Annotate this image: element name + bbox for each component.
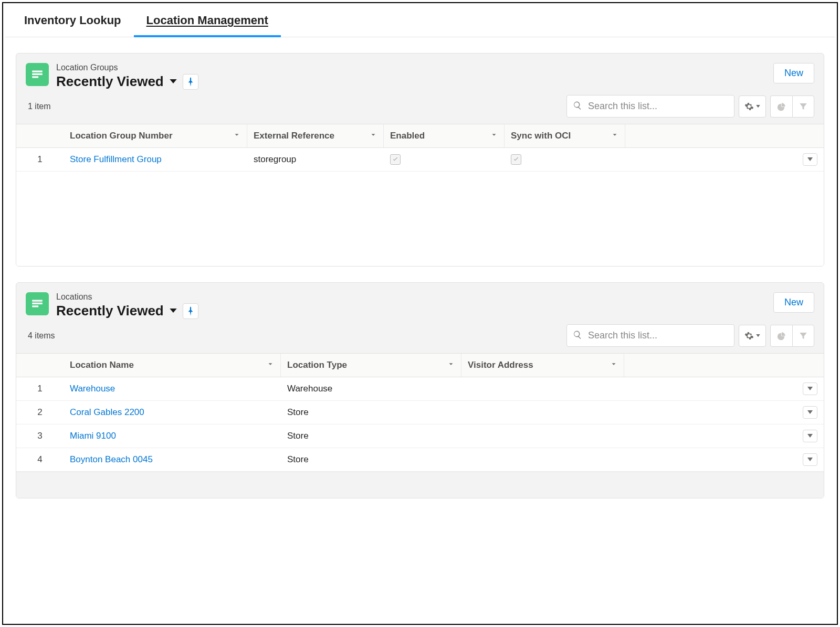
chevron-down-icon (370, 131, 377, 141)
col-location-group-number[interactable]: Location Group Number (64, 124, 247, 147)
locations-item-count: 4 items (26, 331, 55, 341)
pin-view-button[interactable] (183, 303, 198, 319)
col-enabled[interactable]: Enabled (384, 124, 505, 147)
chevron-down-icon (233, 131, 240, 141)
col-location-name[interactable]: Location Name (64, 354, 281, 377)
col-visitor-address[interactable]: Visitor Address (461, 354, 624, 377)
checkbox-checked-icon (390, 154, 401, 165)
pin-view-button[interactable] (183, 74, 198, 90)
chevron-down-icon (610, 360, 617, 370)
filter-button[interactable] (792, 95, 814, 118)
location-link[interactable]: Boynton Beach 0045 (70, 454, 153, 465)
search-icon (573, 101, 582, 112)
location-groups-search (566, 95, 734, 118)
row-index: 3 (16, 424, 64, 448)
locations-card: Locations Recently Viewed New 4 items (16, 282, 824, 498)
locations-search (566, 324, 734, 347)
cell-visitor-address (461, 424, 624, 448)
table-row: 3 Miami 9100 Store (16, 424, 824, 448)
cell-sync-with-oci (505, 148, 625, 171)
table-row: 2 Coral Gables 2200 Store (16, 401, 824, 424)
location-groups-icon (26, 63, 49, 86)
chevron-down-icon (490, 131, 498, 141)
chart-view-button[interactable] (770, 95, 792, 118)
tab-location-management[interactable]: Location Management (134, 3, 281, 37)
location-group-link[interactable]: Store Fulfillment Group (70, 154, 162, 165)
cell-location-type: Warehouse (281, 377, 461, 400)
location-groups-table: Location Group Number External Reference… (16, 124, 824, 266)
filter-button[interactable] (792, 325, 814, 347)
row-actions-button[interactable] (803, 153, 817, 166)
chevron-down-icon (447, 360, 455, 370)
checkbox-checked-icon (511, 154, 521, 165)
location-groups-card: Location Groups Recently Viewed New 1 it… (16, 53, 824, 267)
col-external-reference[interactable]: External Reference (247, 124, 384, 147)
location-groups-view-title[interactable]: Recently Viewed (56, 73, 164, 90)
cell-location-type: Store (281, 424, 461, 448)
cell-visitor-address (461, 401, 624, 424)
locations-view-title[interactable]: Recently Viewed (56, 303, 164, 319)
view-dropdown-caret-icon[interactable] (169, 306, 177, 316)
location-groups-item-count: 1 item (26, 102, 51, 111)
list-settings-button[interactable] (739, 325, 766, 347)
col-actions (625, 124, 824, 147)
table-footer-space (16, 472, 824, 498)
row-actions-button[interactable] (803, 430, 817, 442)
locations-subtitle: Locations (56, 292, 198, 302)
row-index: 4 (16, 448, 64, 471)
cell-visitor-address (461, 448, 624, 471)
cell-external-reference: storegroup (247, 148, 384, 171)
table-row: 1 Warehouse Warehouse (16, 377, 824, 401)
location-link[interactable]: Warehouse (70, 384, 115, 394)
col-row-number (16, 354, 64, 377)
row-index: 2 (16, 401, 64, 424)
row-index: 1 (16, 377, 64, 400)
new-location-group-button[interactable]: New (773, 63, 814, 83)
col-actions (624, 354, 824, 377)
locations-search-input[interactable] (566, 324, 734, 347)
tab-inventory-lookup[interactable]: Inventory Lookup (12, 3, 134, 37)
list-settings-button[interactable] (739, 95, 766, 118)
table-row: 4 Boynton Beach 0045 Store (16, 448, 824, 472)
tabs-bar: Inventory Lookup Location Management (5, 3, 835, 37)
location-link[interactable]: Miami 9100 (70, 431, 116, 441)
row-actions-button[interactable] (803, 382, 817, 395)
cell-visitor-address (461, 377, 624, 400)
new-location-button[interactable]: New (773, 292, 814, 313)
search-icon (573, 330, 582, 342)
table-row: 1 Store Fulfillment Group storegroup (16, 148, 824, 172)
col-row-number (16, 124, 64, 147)
location-groups-search-input[interactable] (566, 95, 734, 118)
chevron-down-icon (611, 131, 618, 141)
col-sync-with-oci[interactable]: Sync with OCI (505, 124, 625, 147)
cell-location-type: Store (281, 448, 461, 471)
cell-location-type: Store (281, 401, 461, 424)
locations-table: Location Name Location Type Visitor Addr… (16, 353, 824, 498)
cell-enabled (384, 148, 505, 171)
view-dropdown-caret-icon[interactable] (169, 77, 177, 87)
chart-view-button[interactable] (770, 325, 792, 347)
row-actions-button[interactable] (803, 453, 817, 466)
chevron-down-icon (267, 360, 274, 370)
location-link[interactable]: Coral Gables 2200 (70, 407, 144, 418)
row-actions-button[interactable] (803, 406, 817, 419)
col-location-type[interactable]: Location Type (281, 354, 461, 377)
location-groups-subtitle: Location Groups (56, 63, 198, 72)
locations-icon (26, 292, 49, 315)
row-index: 1 (16, 148, 64, 171)
empty-space (16, 172, 824, 266)
